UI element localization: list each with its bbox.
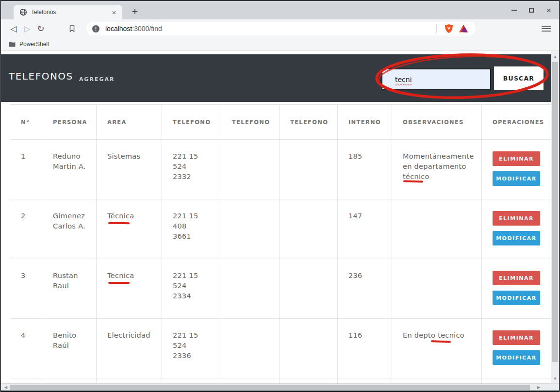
col-header-interno: INTERNO bbox=[338, 105, 392, 140]
cell-operaciones: ELIMINAR MODIFICAR bbox=[482, 140, 551, 199]
col-header-observaciones: OBSERVACIONES bbox=[392, 105, 482, 140]
browser-toolbar: ◁ ▷ ↻ ! localhost:3000/find bbox=[1, 19, 559, 38]
cell-telefono1: 221 15 524 2332 bbox=[162, 140, 221, 199]
scroll-up-icon[interactable]: ▲ bbox=[551, 52, 559, 60]
buscar-button[interactable]: BUSCAR bbox=[494, 66, 544, 90]
table-row: 4 Benito Raúl Electricidad 221 15 524 23… bbox=[10, 319, 551, 378]
cell-n: 1 bbox=[10, 140, 42, 199]
tab-strip: Telefonos × + × bbox=[1, 1, 559, 19]
scroll-left-icon[interactable]: ◀ bbox=[2, 384, 10, 391]
eliminar-button[interactable]: ELIMINAR bbox=[493, 211, 540, 226]
tab-title: Telefonos bbox=[31, 9, 110, 16]
cell-persona: Reduno Martin A. bbox=[42, 140, 97, 199]
scroll-down-icon[interactable]: ▼ bbox=[551, 375, 559, 382]
col-header-telefono1: TELEFONO bbox=[162, 105, 221, 140]
eliminar-button[interactable]: ELIMINAR bbox=[493, 330, 540, 345]
bookmark-folder-powershell[interactable]: PowerShell bbox=[9, 41, 49, 48]
back-button[interactable]: ◁ bbox=[7, 22, 20, 35]
nav-link-agregar[interactable]: AGREGAR bbox=[79, 76, 115, 82]
vertical-scrollbar-thumb[interactable] bbox=[552, 62, 558, 362]
cell-area: Tecnica bbox=[97, 259, 162, 319]
table-row-partial bbox=[10, 378, 551, 384]
cell-n: 3 bbox=[10, 259, 42, 319]
cell-telefono3 bbox=[280, 259, 338, 319]
eliminar-button[interactable]: ELIMINAR bbox=[493, 271, 540, 285]
close-window-button[interactable]: × bbox=[544, 5, 554, 16]
cell-telefono3 bbox=[280, 199, 338, 259]
col-header-area: AREA bbox=[97, 105, 162, 140]
table-row: 1 Reduno Martin A. Sistemas 221 15 524 2… bbox=[10, 140, 551, 199]
url-text: localhost:3000/find bbox=[105, 25, 431, 33]
browser-window: Telefonos × + × ◁ ▷ ↻ ! localhost:3000/f… bbox=[0, 0, 560, 392]
cell-operaciones: ELIMINAR MODIFICAR bbox=[482, 319, 551, 378]
bookmarks-bar: PowerShell bbox=[1, 38, 559, 51]
browser-menu-icon[interactable] bbox=[542, 24, 551, 33]
bookmark-label: PowerShell bbox=[19, 41, 49, 48]
cell-operaciones: ELIMINAR MODIFICAR bbox=[482, 259, 551, 319]
phones-table: N° PERSONA AREA TELEFONO TELEFONO TELEFO… bbox=[10, 104, 551, 383]
cell-telefono2 bbox=[221, 259, 280, 319]
cell-observaciones: En depto tecnico bbox=[392, 319, 482, 378]
cell-interno: 116 bbox=[338, 319, 392, 378]
horizontal-scrollbar-thumb[interactable] bbox=[10, 385, 530, 390]
search-input[interactable]: tecni bbox=[381, 68, 491, 90]
cell-persona: Gimenez Carlos A. bbox=[42, 199, 97, 259]
cell-telefono3 bbox=[280, 319, 338, 378]
cell-observaciones bbox=[392, 199, 482, 259]
cell-persona: Benito Raúl bbox=[42, 319, 97, 378]
search-input-value: tecni bbox=[395, 76, 412, 83]
page-viewport: TELEFONOS AGREGAR tecni BUSCAR N° PERSON… bbox=[1, 51, 551, 383]
cell-telefono1: 221 15 524 2336 bbox=[162, 319, 221, 378]
phones-table-container: N° PERSONA AREA TELEFONO TELEFONO TELEFO… bbox=[10, 104, 551, 383]
table-header-row: N° PERSONA AREA TELEFONO TELEFONO TELEFO… bbox=[10, 105, 551, 140]
cell-telefono1: 221 15 524 2334 bbox=[162, 259, 221, 319]
cell-interno: 236 bbox=[338, 259, 392, 319]
table-row: 2 Gimenez Carlos A. Técnica 221 15 408 3… bbox=[10, 199, 551, 259]
maximize-button[interactable] bbox=[526, 5, 537, 16]
new-tab-button[interactable]: + bbox=[128, 5, 142, 18]
tab-telefonos[interactable]: Telefonos × bbox=[14, 5, 122, 19]
modificar-button[interactable]: MODIFICAR bbox=[493, 291, 540, 305]
col-header-operaciones: OPERACIONES bbox=[482, 105, 551, 140]
close-icon: × bbox=[546, 6, 551, 15]
cell-interno: 147 bbox=[338, 199, 392, 259]
maximize-icon bbox=[529, 8, 534, 13]
site-info-icon[interactable]: ! bbox=[92, 25, 99, 33]
cell-observaciones bbox=[392, 259, 482, 319]
cell-telefono1: 221 15 408 3661 bbox=[162, 199, 221, 259]
cell-observaciones: Momentáneamente en departamento técnico bbox=[392, 140, 482, 199]
url-bar[interactable]: ! localhost:3000/find bbox=[86, 22, 476, 35]
eliminar-button[interactable]: ELIMINAR bbox=[493, 151, 540, 166]
brave-shield-icon[interactable] bbox=[443, 23, 455, 34]
cell-area: Técnica bbox=[97, 199, 162, 259]
bat-rewards-icon[interactable] bbox=[458, 23, 469, 34]
minimize-button[interactable] bbox=[509, 5, 519, 16]
cell-area: Sistemas bbox=[97, 140, 162, 199]
window-controls: × bbox=[509, 1, 554, 19]
bookmark-icon[interactable] bbox=[65, 22, 79, 35]
modificar-button[interactable]: MODIFICAR bbox=[493, 231, 540, 245]
table-row: 3 Rustan Raul Tecnica 221 15 524 2334 23… bbox=[10, 259, 551, 319]
modificar-button[interactable]: MODIFICAR bbox=[493, 350, 540, 365]
horizontal-scrollbar[interactable]: ◀ ▶ bbox=[1, 383, 559, 391]
cell-operaciones: ELIMINAR MODIFICAR bbox=[482, 199, 551, 259]
tab-close-icon[interactable]: × bbox=[110, 8, 118, 16]
scroll-right-icon[interactable]: ▶ bbox=[535, 384, 543, 391]
divider bbox=[436, 24, 437, 33]
modificar-button[interactable]: MODIFICAR bbox=[493, 171, 540, 186]
reload-button[interactable]: ↻ bbox=[34, 22, 48, 35]
col-header-n: N° bbox=[10, 105, 42, 140]
url-path: :3000/find bbox=[132, 25, 162, 33]
cell-n: 2 bbox=[10, 199, 42, 259]
minimize-icon bbox=[511, 10, 517, 11]
col-header-telefono2: TELEFONO bbox=[221, 105, 280, 140]
cell-area: Electricidad bbox=[97, 319, 162, 378]
col-header-telefono3: TELEFONO bbox=[280, 105, 338, 140]
cell-n: 4 bbox=[10, 319, 42, 378]
app-brand: TELEFONOS bbox=[9, 70, 73, 82]
cell-telefono3 bbox=[280, 140, 338, 199]
forward-button[interactable]: ▷ bbox=[20, 22, 34, 35]
vertical-scrollbar[interactable]: ▲ ▼ bbox=[551, 51, 559, 383]
cell-telefono2 bbox=[221, 319, 280, 378]
col-header-persona: PERSONA bbox=[42, 105, 97, 140]
